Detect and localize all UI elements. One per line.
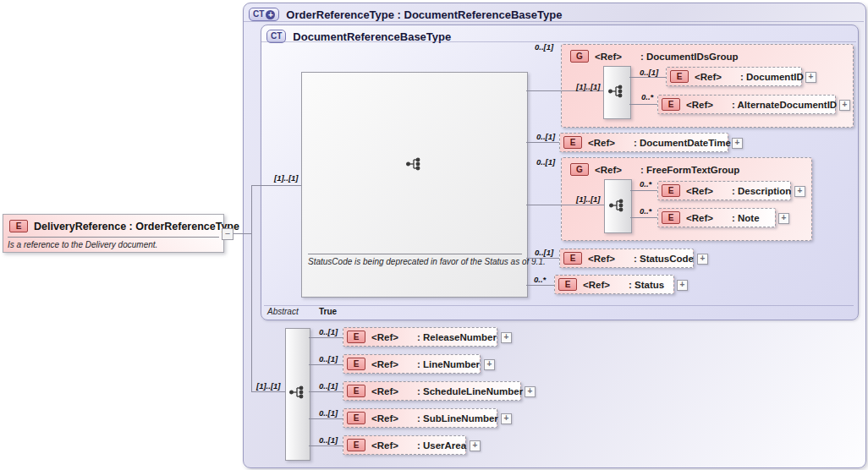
element-name: : UserArea xyxy=(417,440,466,451)
element-userarea[interactable]: E <Ref> : UserArea xyxy=(343,435,466,455)
deprecation-divider xyxy=(308,254,522,254)
cardinality-label: 0..* xyxy=(640,206,651,216)
group-icon: G xyxy=(570,163,589,176)
element-name: : SubLineNumber xyxy=(417,413,498,424)
cardinality-label: [1]..[1] xyxy=(576,194,601,204)
connector-line xyxy=(526,285,554,286)
abstract-value: True xyxy=(319,307,337,316)
element-name: : DocumentDateTime xyxy=(634,138,731,148)
abstract-label: Abstract xyxy=(267,307,299,316)
element-statuscode[interactable]: E <Ref> : StatusCode xyxy=(559,249,694,268)
element-alternatedocumentid[interactable]: E <Ref> : AlternateDocumentID xyxy=(657,95,836,114)
element-icon: E xyxy=(347,439,365,451)
complex-type-title: OrderReferenceType : DocumentReferenceBa… xyxy=(286,8,562,21)
header-divider xyxy=(244,21,864,22)
ref-label: <Ref> xyxy=(583,280,610,290)
element-annotation: Is a reference to the Delivery document. xyxy=(8,240,157,249)
ref-label: <Ref> xyxy=(371,386,398,396)
expand-button[interactable]: + xyxy=(805,72,816,83)
cardinality-label: 0..[1] xyxy=(535,42,553,52)
ref-label: <Ref> xyxy=(371,440,398,451)
sequence-icon xyxy=(289,385,305,399)
element-icon: E xyxy=(9,220,28,232)
derived-plus-icon: + xyxy=(266,10,275,19)
cardinality-label: 0..* xyxy=(641,92,653,101)
element-title: DeliveryReference : OrderReferenceType xyxy=(34,221,239,232)
cardinality-label: 0..[1] xyxy=(319,327,338,336)
cardinality-label: 0..[1] xyxy=(535,248,553,257)
ct-badge-label: CT xyxy=(253,9,264,19)
complex-type-plus-icon: CT+ xyxy=(249,8,279,21)
ref-label: <Ref> xyxy=(371,413,398,424)
expand-button[interactable]: + xyxy=(677,280,688,291)
cardinality-label: [1]..[1] xyxy=(274,173,299,183)
element-icon: E xyxy=(563,136,582,149)
expand-button[interactable]: + xyxy=(501,413,512,424)
element-description[interactable]: E <Ref> : Description xyxy=(657,181,791,200)
connector-line xyxy=(630,190,657,191)
group-header: G <Ref> : FreeFormTextGroup xyxy=(562,158,811,176)
element-name: : AlternateDocumentID xyxy=(732,100,837,110)
element-icon: E xyxy=(347,412,365,424)
element-name: : Note xyxy=(732,213,760,223)
element-status[interactable]: E <Ref> : Status xyxy=(554,275,674,294)
element-icon: E xyxy=(347,358,365,370)
connector-line xyxy=(526,142,559,143)
expand-button[interactable]: + xyxy=(697,254,708,265)
element-name: : StatusCode xyxy=(634,254,694,264)
ref-label: <Ref> xyxy=(588,138,615,148)
cardinality-label: [1]..[1] xyxy=(576,82,601,91)
connector-line xyxy=(526,205,604,205)
expand-button[interactable]: + xyxy=(501,332,512,343)
element-header: E DeliveryReference : OrderReferenceType xyxy=(3,215,223,232)
expand-button[interactable]: + xyxy=(525,386,536,397)
cardinality-label: 0..[1] xyxy=(319,354,338,363)
element-icon: E xyxy=(662,184,680,197)
ref-label: <Ref> xyxy=(588,254,615,264)
sequence-icon xyxy=(406,157,421,171)
element-note[interactable]: E <Ref> : Note xyxy=(657,208,776,227)
element-sublinenumber[interactable]: E <Ref> : SubLineNumber xyxy=(343,408,497,428)
element-documentid[interactable]: E <Ref> : DocumentID xyxy=(666,67,802,86)
complex-type-header: CT+ OrderReferenceType : DocumentReferen… xyxy=(244,3,865,21)
cardinality-label: 0..[1] xyxy=(319,435,338,445)
expand-button[interactable]: + xyxy=(778,213,789,224)
element-icon: E xyxy=(662,211,680,224)
element-deliveryreference[interactable]: E DeliveryReference : OrderReferenceType… xyxy=(3,214,224,253)
expand-button[interactable]: + xyxy=(732,138,743,149)
connector-line xyxy=(526,258,559,259)
ref-label: <Ref> xyxy=(686,186,713,196)
connector-line xyxy=(309,391,343,392)
element-schedulelinenumber[interactable]: E <Ref> : ScheduleLineNumber xyxy=(343,381,521,401)
title-divider xyxy=(8,237,219,238)
cardinality-label: [1]..[1] xyxy=(256,381,281,391)
ref-label: <Ref> xyxy=(686,213,713,223)
expand-button[interactable]: + xyxy=(484,359,495,370)
element-name: : ReleaseNumber xyxy=(417,332,497,342)
connector-line xyxy=(309,337,343,338)
element-documentdatetime[interactable]: E <Ref> : DocumentDateTime xyxy=(559,133,728,152)
connector-line xyxy=(309,418,343,419)
element-name: : ScheduleLineNumber xyxy=(417,386,523,396)
element-name: : Status xyxy=(629,280,664,290)
cardinality-label: 0..[1] xyxy=(319,408,338,418)
cardinality-label: 0..* xyxy=(640,179,651,189)
element-icon: E xyxy=(347,385,365,397)
expand-button[interactable]: + xyxy=(470,440,481,451)
group-name: : FreeFormTextGroup xyxy=(640,165,739,175)
expand-button[interactable]: + xyxy=(794,186,805,197)
element-releasenumber[interactable]: E <Ref> : ReleaseNumber xyxy=(343,327,497,347)
base-header-divider xyxy=(261,41,856,42)
cardinality-label: 0..[1] xyxy=(536,157,555,167)
connector-line xyxy=(630,217,657,218)
group-header: G <Ref> : DocumentIDsGroup xyxy=(562,45,853,63)
collapse-button[interactable]: − xyxy=(222,228,233,240)
group-icon: G xyxy=(570,50,589,63)
element-icon: E xyxy=(662,98,680,111)
connector-line xyxy=(251,391,285,392)
expand-button[interactable]: + xyxy=(839,100,850,111)
ref-label: <Ref> xyxy=(695,72,722,82)
element-linenumber[interactable]: E <Ref> : LineNumber xyxy=(343,354,481,374)
element-icon: E xyxy=(347,331,365,343)
element-name: : Description xyxy=(732,186,791,196)
